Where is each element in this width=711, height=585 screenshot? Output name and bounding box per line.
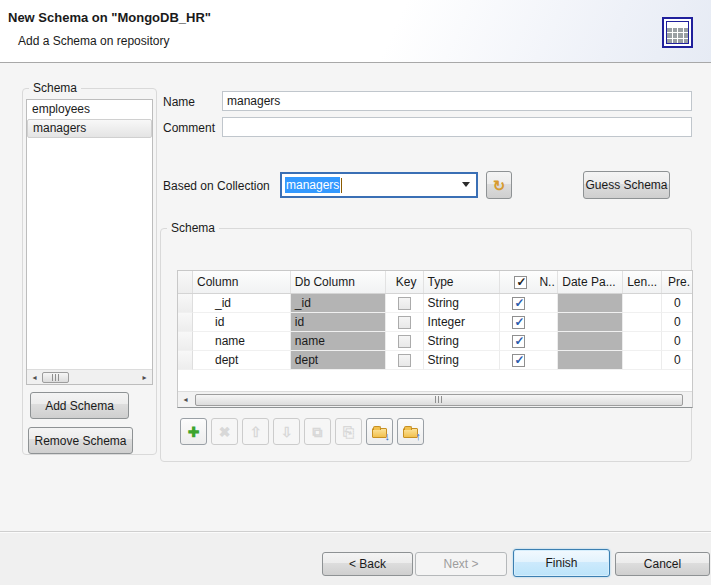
add-column-button[interactable]: ✚ bbox=[180, 418, 207, 445]
copy-button: ⧉ bbox=[304, 418, 331, 445]
name-input[interactable] bbox=[222, 91, 692, 111]
col-header-key[interactable]: Key bbox=[386, 271, 424, 293]
scroll-left-icon[interactable]: ◂ bbox=[27, 370, 42, 385]
table-hscrollbar[interactable]: ◂ bbox=[178, 391, 692, 407]
cell-column[interactable]: _id bbox=[193, 294, 291, 313]
cell-precision[interactable]: 0 bbox=[662, 294, 693, 313]
table-row[interactable]: name name String 0 bbox=[178, 332, 693, 351]
cell-key[interactable] bbox=[386, 332, 424, 351]
cell-length[interactable] bbox=[623, 294, 662, 313]
cell-type[interactable]: String bbox=[424, 332, 501, 351]
folder-import-icon: ↓ bbox=[372, 428, 387, 438]
cell-type[interactable]: Integer bbox=[424, 313, 501, 332]
select-all-nullable-checkbox[interactable] bbox=[514, 276, 527, 289]
cell-date-pattern[interactable] bbox=[558, 332, 623, 351]
cell-column[interactable]: id bbox=[193, 313, 291, 332]
cell-precision[interactable]: 0 bbox=[662, 332, 693, 351]
table-row[interactable]: id id Integer 0 bbox=[178, 313, 693, 332]
scrollbar-thumb[interactable] bbox=[42, 372, 69, 383]
schema-table[interactable]: Column Db Column Key Type N.. Date Pa...… bbox=[177, 270, 693, 408]
nullable-checkbox[interactable] bbox=[512, 316, 525, 329]
add-schema-button[interactable]: Add Schema bbox=[30, 392, 129, 419]
col-header-type[interactable]: Type bbox=[424, 271, 501, 293]
button-bar: < Back Next > Finish Cancel bbox=[0, 531, 711, 585]
col-header-db-column[interactable]: Db Column bbox=[291, 271, 386, 293]
next-button: Next > bbox=[415, 552, 507, 576]
col-header-precision[interactable]: Pre. bbox=[662, 271, 693, 293]
col-header-date-pattern[interactable]: Date Pa... bbox=[558, 271, 623, 293]
cell-date-pattern[interactable] bbox=[558, 313, 623, 332]
list-item-managers[interactable]: managers bbox=[27, 119, 152, 138]
collection-selected-text: managers bbox=[285, 177, 340, 193]
dialog-title: New Schema on "MongoDB_HR" bbox=[8, 10, 211, 25]
cell-length[interactable] bbox=[623, 313, 662, 332]
finish-button[interactable]: Finish bbox=[513, 549, 610, 577]
back-button[interactable]: < Back bbox=[322, 552, 413, 576]
arrow-up-icon: ⇧ bbox=[250, 425, 262, 439]
chevron-down-icon[interactable] bbox=[462, 182, 470, 187]
cell-db-column[interactable]: _id bbox=[291, 294, 386, 313]
plus-icon: ✚ bbox=[188, 425, 200, 439]
col-header-column[interactable]: Column bbox=[193, 271, 291, 293]
col-header-length[interactable]: Len... bbox=[623, 271, 662, 293]
cell-column[interactable]: name bbox=[193, 332, 291, 351]
cell-db-column[interactable]: name bbox=[291, 332, 386, 351]
cell-length[interactable] bbox=[623, 332, 662, 351]
cell-key[interactable] bbox=[386, 294, 424, 313]
scroll-left-icon[interactable]: ◂ bbox=[178, 395, 193, 404]
comment-label: Comment bbox=[163, 121, 215, 135]
cell-length[interactable] bbox=[623, 351, 662, 370]
comment-input[interactable] bbox=[222, 117, 692, 137]
key-checkbox[interactable] bbox=[398, 335, 411, 348]
schema-table-group-label: Schema bbox=[167, 221, 219, 235]
nullable-checkbox[interactable] bbox=[512, 354, 525, 367]
key-checkbox[interactable] bbox=[398, 354, 411, 367]
key-checkbox[interactable] bbox=[398, 316, 411, 329]
remove-schema-button[interactable]: Remove Schema bbox=[28, 427, 133, 454]
name-label: Name bbox=[163, 95, 195, 109]
list-item-employees[interactable]: employees bbox=[27, 100, 152, 119]
cell-precision[interactable]: 0 bbox=[662, 351, 693, 370]
cell-precision[interactable]: 0 bbox=[662, 313, 693, 332]
schema-table-icon bbox=[662, 17, 693, 48]
cell-db-column[interactable]: dept bbox=[291, 351, 386, 370]
text-caret bbox=[341, 178, 342, 193]
nullable-checkbox[interactable] bbox=[512, 297, 525, 310]
paste-icon: ⎘ bbox=[343, 425, 354, 439]
cell-date-pattern[interactable] bbox=[558, 294, 623, 313]
cell-db-column[interactable]: id bbox=[291, 313, 386, 332]
copy-icon: ⧉ bbox=[313, 425, 323, 439]
cell-type[interactable]: String bbox=[424, 294, 501, 313]
col-header-nullable[interactable]: N.. bbox=[500, 271, 558, 293]
refresh-collections-button[interactable]: ↻ bbox=[486, 171, 512, 199]
import-schema-button[interactable]: ↓ bbox=[366, 418, 393, 445]
schema-list-hscrollbar[interactable]: ◂ ▸ bbox=[27, 369, 152, 384]
cancel-button[interactable]: Cancel bbox=[615, 552, 710, 576]
cell-column[interactable]: dept bbox=[193, 351, 291, 370]
cell-nullable[interactable] bbox=[500, 294, 558, 313]
scrollbar-thumb[interactable] bbox=[195, 394, 683, 406]
guess-schema-button[interactable]: Guess Schema bbox=[583, 171, 670, 199]
cell-nullable[interactable] bbox=[500, 332, 558, 351]
cell-nullable[interactable] bbox=[500, 351, 558, 370]
cell-key[interactable] bbox=[386, 351, 424, 370]
cell-nullable[interactable] bbox=[500, 313, 558, 332]
collection-combobox[interactable]: managers bbox=[280, 172, 478, 198]
schema-table-icon-grid bbox=[666, 21, 689, 44]
scroll-right-icon[interactable]: ▸ bbox=[137, 370, 152, 385]
key-checkbox[interactable] bbox=[398, 297, 411, 310]
arrow-down-icon: ⇩ bbox=[281, 425, 293, 439]
schema-list[interactable]: employees managers ◂ ▸ bbox=[26, 99, 153, 385]
nullable-checkbox[interactable] bbox=[512, 335, 525, 348]
cell-type[interactable]: String bbox=[424, 351, 501, 370]
delete-column-button: ✖ bbox=[211, 418, 238, 445]
cell-key[interactable] bbox=[386, 313, 424, 332]
dialog-subtitle: Add a Schema on repository bbox=[18, 34, 169, 48]
export-schema-button[interactable]: ↑ bbox=[397, 418, 424, 445]
table-row[interactable]: _id _id String 0 bbox=[178, 294, 693, 313]
cell-date-pattern[interactable] bbox=[558, 351, 623, 370]
schema-list-group-label: Schema bbox=[29, 81, 81, 95]
table-row[interactable]: dept dept String 0 bbox=[178, 351, 693, 370]
folder-export-icon: ↑ bbox=[403, 428, 418, 438]
table-header-row: Column Db Column Key Type N.. Date Pa...… bbox=[178, 271, 693, 294]
